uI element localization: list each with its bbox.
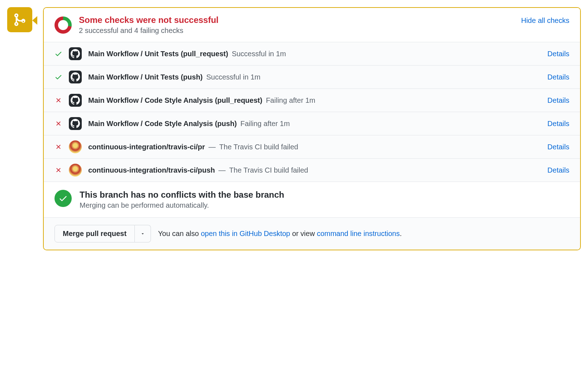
success-check-icon xyxy=(54,190,72,207)
merge-button-group: Merge pull request xyxy=(54,225,151,242)
check-name: Main Workflow / Code Style Analysis (pul… xyxy=(88,96,262,105)
check-name: continuous-integration/travis-ci/pr xyxy=(88,143,205,151)
conflict-title: This branch has no conflicts with the ba… xyxy=(80,190,284,200)
merge-options-dropdown-button[interactable] xyxy=(135,225,151,242)
git-merge-icon xyxy=(13,13,27,27)
check-row: Main Workflow / Code Style Analysis (pus… xyxy=(44,112,580,135)
merge-hint-text: You can also open this in GitHub Desktop… xyxy=(158,230,402,238)
dash-separator: — xyxy=(218,166,226,174)
check-message: The Travis CI build failed xyxy=(219,143,298,151)
check-message: Successful in 1m xyxy=(206,73,260,81)
merge-status-box: Some checks were not successful 2 succes… xyxy=(43,7,581,250)
check-text: Main Workflow / Unit Tests (pull_request… xyxy=(88,50,541,58)
check-text: Main Workflow / Code Style Analysis (pul… xyxy=(88,96,541,105)
check-details-link[interactable]: Details xyxy=(547,120,569,128)
check-row: Main Workflow / Unit Tests (push)Success… xyxy=(44,66,580,89)
check-message: Failing after 1m xyxy=(241,120,290,128)
dash-separator: — xyxy=(209,143,216,151)
travis-avatar-icon xyxy=(69,164,82,177)
check-row: continuous-integration/travis-ci/pr—The … xyxy=(44,135,580,159)
check-name: continuous-integration/travis-ci/push xyxy=(88,166,215,174)
check-text: Main Workflow / Code Style Analysis (pus… xyxy=(88,120,541,128)
check-message: The Travis CI build failed xyxy=(229,166,308,174)
checks-headline: Some checks were not successful xyxy=(79,15,514,25)
check-text: Main Workflow / Unit Tests (push)Success… xyxy=(88,73,541,81)
conflict-subtitle: Merging can be performed automatically. xyxy=(80,201,284,210)
open-github-desktop-link[interactable]: open this in GitHub Desktop xyxy=(201,230,290,237)
github-avatar-icon xyxy=(69,117,82,130)
github-avatar-icon xyxy=(69,71,82,83)
merge-timeline-badge xyxy=(7,7,32,32)
check-success-icon xyxy=(54,50,62,58)
check-name: Main Workflow / Unit Tests (pull_request… xyxy=(88,50,228,58)
checks-subline: 2 successful and 4 failing checks xyxy=(79,27,514,35)
check-text: continuous-integration/travis-ci/pr—The … xyxy=(88,143,541,151)
check-failure-icon xyxy=(54,120,62,127)
merge-action-section: Merge pull request You can also open thi… xyxy=(44,217,580,250)
check-message: Failing after 1m xyxy=(266,96,316,105)
check-details-link[interactable]: Details xyxy=(547,73,569,81)
check-details-link[interactable]: Details xyxy=(547,166,569,174)
github-avatar-icon xyxy=(69,94,82,107)
command-line-instructions-link[interactable]: command line instructions xyxy=(317,230,400,237)
caret-down-icon xyxy=(141,232,145,236)
conflict-status-section: This branch has no conflicts with the ba… xyxy=(44,182,580,217)
github-avatar-icon xyxy=(69,47,82,60)
check-row: continuous-integration/travis-ci/push—Th… xyxy=(44,159,580,182)
check-details-link[interactable]: Details xyxy=(547,50,569,58)
check-name: Main Workflow / Code Style Analysis (pus… xyxy=(88,120,237,128)
check-row: Main Workflow / Unit Tests (pull_request… xyxy=(44,42,580,66)
check-message: Successful in 1m xyxy=(232,50,286,58)
travis-avatar-icon xyxy=(69,140,82,153)
hide-checks-link[interactable]: Hide all checks xyxy=(521,16,569,25)
check-details-link[interactable]: Details xyxy=(547,143,569,151)
merge-pull-request-button[interactable]: Merge pull request xyxy=(54,225,135,242)
check-row: Main Workflow / Code Style Analysis (pul… xyxy=(44,89,580,112)
check-failure-icon xyxy=(54,96,62,104)
check-name: Main Workflow / Unit Tests (push) xyxy=(88,73,203,81)
status-donut-icon xyxy=(54,16,72,34)
check-failure-icon xyxy=(54,166,62,174)
checks-list: Main Workflow / Unit Tests (pull_request… xyxy=(44,42,580,182)
check-failure-icon xyxy=(54,143,62,151)
checks-header: Some checks were not successful 2 succes… xyxy=(44,8,580,42)
check-success-icon xyxy=(54,73,62,81)
check-details-link[interactable]: Details xyxy=(547,96,569,105)
check-text: continuous-integration/travis-ci/push—Th… xyxy=(88,166,541,174)
